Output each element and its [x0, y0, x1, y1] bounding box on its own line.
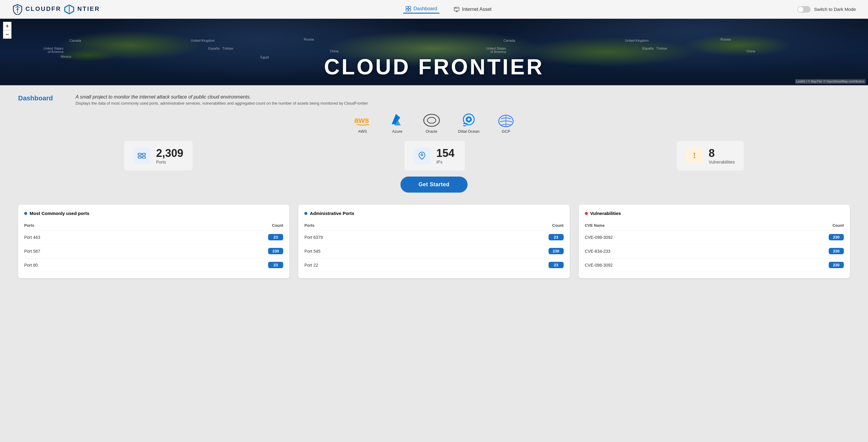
logo-text: CLOUDFR NTIER	[25, 4, 100, 15]
admin-ports-table: Administrative Ports Ports Count Port 63…	[298, 205, 569, 278]
get-started-wrap: Get Started	[18, 177, 850, 193]
gcp-label: GCP	[502, 129, 510, 134]
dark-mode-toggle[interactable]	[797, 6, 811, 13]
get-started-button[interactable]: Get Started	[400, 177, 468, 193]
logo[interactable]: CLOUDFR NTIER	[12, 4, 100, 15]
main-content: Dashboard A small project to monitor the…	[0, 85, 868, 296]
vuln-icon: !	[686, 147, 703, 164]
table-row: Port 587 230	[24, 244, 283, 258]
svg-rect-26	[138, 153, 141, 155]
geo-label-espana-1: España Türkiye	[208, 47, 233, 50]
svg-rect-5	[406, 9, 408, 11]
map-section: Canada United States of America Mexico U…	[0, 19, 868, 85]
geo-label-espana-2: España Türkiye	[642, 47, 667, 50]
common-ports-header: Ports Count	[24, 221, 283, 230]
cloud-provider-digitalocean[interactable]: Diital Ocean	[458, 113, 479, 134]
oracle-icon	[423, 113, 440, 128]
azure-label: Azure	[392, 129, 403, 134]
internet-asset-icon	[454, 7, 459, 12]
digitalocean-icon	[461, 113, 476, 128]
geo-label-usa-1b: of America	[48, 50, 63, 54]
dashboard-title: Dashboard	[18, 94, 63, 102]
stat-ports: 2,309 Ports	[124, 141, 192, 171]
cloud-providers: aws AWS Azure	[18, 113, 850, 134]
svg-rect-29	[142, 156, 145, 158]
geo-label-canada-2: Canada	[503, 39, 515, 42]
stat-ips: 154 IPs	[404, 141, 465, 171]
logo-icon	[12, 4, 23, 15]
map-controls: + −	[3, 22, 11, 39]
dashboard-desc: Displays the data of most commonly used …	[75, 101, 850, 106]
ports-info: 2,309 Ports	[156, 147, 183, 165]
ips-label: IPs	[436, 159, 455, 165]
map-zoom-out[interactable]: −	[3, 30, 11, 39]
svg-point-32	[421, 154, 423, 156]
common-ports-title: Most Commonly used ports	[24, 211, 283, 216]
dashboard-header: Dashboard A small project to monitor the…	[18, 94, 850, 106]
svg-point-19	[427, 117, 436, 123]
geo-label-china-2: China	[746, 49, 755, 53]
table-row: Port 6379 23	[304, 230, 563, 244]
geo-label-uk-2: United Kingdom	[625, 39, 649, 42]
oracle-label: Oracle	[426, 129, 437, 134]
dark-mode-label: Switch to Dark Mode	[814, 7, 856, 12]
vuln-header: CVE Name Count	[585, 221, 844, 230]
geo-label-usa-2b: of America	[491, 50, 506, 54]
common-ports-dot	[24, 212, 27, 215]
ports-number: 2,309	[156, 147, 183, 159]
vuln-table-title: Vulnerabilities	[585, 211, 844, 216]
map-zoom-in[interactable]: +	[3, 22, 11, 30]
vuln-label: Vulnerabilities	[709, 159, 735, 165]
dashboard-desc-block: A small project to monitor the internet …	[75, 94, 850, 106]
table-row: CVE-098-3092 230	[585, 230, 844, 244]
admin-ports-header: Ports Count	[304, 221, 563, 230]
table-row: CVE-834-233 230	[585, 244, 844, 258]
dashboard-icon	[406, 6, 411, 11]
ports-label: Ports	[156, 159, 183, 165]
cloud-provider-gcp[interactable]: GCP	[497, 113, 515, 134]
nav-dashboard[interactable]: Dashboard	[403, 5, 439, 13]
svg-rect-27	[142, 153, 145, 155]
ips-info: 154 IPs	[436, 147, 455, 165]
geo-label-russia-2: Russia	[720, 37, 731, 41]
table-row: CVE-098-3092 230	[585, 258, 844, 272]
vuln-dot	[585, 212, 588, 215]
svg-text:aws: aws	[354, 116, 369, 124]
svg-point-0	[17, 8, 19, 10]
vuln-number: 8	[709, 147, 735, 159]
gcp-icon	[497, 113, 515, 128]
svg-point-18	[424, 114, 439, 126]
vulnerabilities-table: Vulnerabilities CVE Name Count CVE-098-3…	[579, 205, 850, 278]
nav-internet-asset-label: Internet Asset	[462, 7, 491, 12]
cloud-provider-oracle[interactable]: Oracle	[423, 113, 440, 134]
geo-label-canada-1: Canada	[69, 39, 81, 42]
admin-ports-dot	[304, 212, 307, 215]
table-row: Port 443 23	[24, 230, 283, 244]
nav-center: Dashboard Internet Asset	[403, 5, 494, 13]
cloud-provider-aws[interactable]: aws AWS	[353, 113, 372, 134]
table-row: Port 22 23	[304, 258, 563, 272]
nav-internet-asset[interactable]: Internet Asset	[452, 5, 494, 13]
navbar: CLOUDFR NTIER Dashboard	[0, 0, 868, 19]
aws-label: AWS	[358, 129, 367, 134]
ips-number: 154	[436, 147, 455, 159]
map-attribution: Leaflet | © MapTiler © OpenStreetMap con…	[795, 79, 866, 84]
svg-point-22	[468, 118, 470, 121]
svg-rect-3	[406, 6, 408, 8]
admin-ports-title: Administrative Ports	[304, 211, 563, 216]
geo-label-china-1: China	[330, 49, 339, 53]
ports-icon	[133, 147, 150, 164]
table-row: Port 545 230	[304, 244, 563, 258]
svg-rect-7	[454, 7, 459, 11]
nav-dashboard-label: Dashboard	[413, 6, 437, 11]
vuln-info: 8 Vulnerabilities	[709, 147, 735, 165]
svg-rect-28	[138, 156, 141, 158]
azure-icon	[390, 113, 405, 128]
geo-label-uk-1: United Kingdom	[191, 39, 215, 42]
ips-icon	[413, 147, 430, 164]
cloud-provider-azure[interactable]: Azure	[390, 113, 405, 134]
aws-icon: aws	[353, 113, 372, 128]
svg-text:!: !	[693, 151, 696, 160]
stat-vulnerabilities: ! 8 Vulnerabilities	[677, 141, 744, 171]
dashboard-subtitle: A small project to monitor the internet …	[75, 94, 850, 100]
